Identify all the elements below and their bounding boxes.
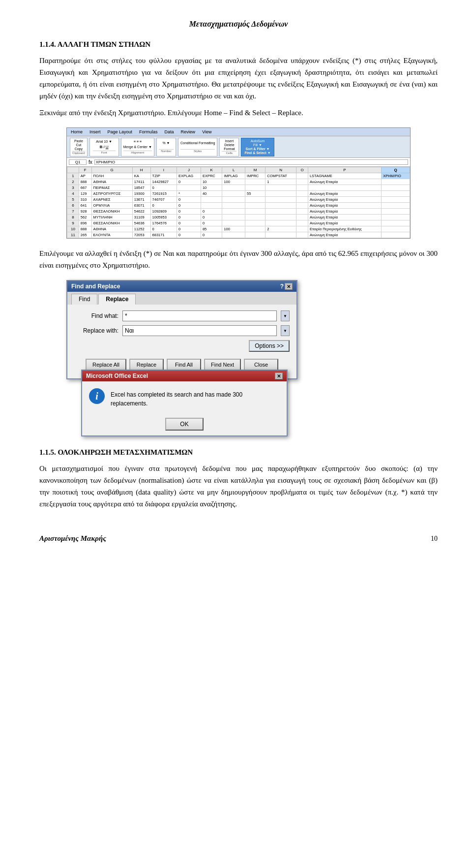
table-row: 3 667 ΠΕΙΡΑΙΑΣ 18547 0 10: [67, 185, 410, 191]
underline-btn: U: [106, 145, 109, 149]
replace-with-dropdown[interactable]: ▼: [281, 325, 290, 336]
cell: TZIP: [150, 173, 177, 179]
cell: 1764576: [150, 220, 177, 226]
cell: [382, 209, 410, 215]
cell: [296, 215, 308, 220]
cell: ΠΟΛΗ: [91, 173, 132, 179]
cell: [296, 220, 308, 226]
alignment-group: ≡ ≡ ≡ Merge & Center ▼ Alignment: [121, 138, 154, 156]
replace-with-input[interactable]: [122, 325, 277, 336]
row-num: 11: [67, 232, 79, 238]
cell: ΘΕΣΣΑΛΟΝΙΚΗ: [91, 220, 132, 226]
cell: ΘΕΣΣΑΛΟΝΙΚΗ: [91, 209, 132, 215]
ribbon-review: Review: [179, 129, 198, 135]
row-num: 4: [67, 191, 79, 197]
options-button[interactable]: Options >>: [249, 340, 290, 352]
cell: 265: [79, 232, 91, 238]
page-title: Μετασχηματισμός Δεδομένων: [39, 20, 438, 29]
cell: 888: [79, 179, 91, 185]
cell: ΑΧΑΡΝΕΣ: [91, 197, 132, 203]
ribbon-view: View: [200, 129, 213, 135]
data-table: F G H I J K L M N O P Q 1 ΑΡ: [67, 167, 410, 238]
row-num: 9: [67, 220, 79, 226]
cell: 13671: [132, 197, 150, 203]
find-what-label: Find what:: [74, 312, 118, 319]
cell: [382, 215, 410, 220]
cell: [296, 226, 308, 232]
cell: ΕΛΟΥΝΤΑ: [91, 232, 132, 238]
cell: 683171: [150, 232, 177, 238]
replace-all-button[interactable]: Replace All: [86, 359, 126, 371]
table-row: 5 310 ΑΧΑΡΝΕΣ 13671 746707 0 Ανώνυμη Ετα…: [67, 197, 410, 203]
number-format: % ▼: [162, 141, 170, 145]
styles-label: Styles: [180, 149, 215, 153]
cell: 0: [177, 215, 201, 220]
cell: 0: [177, 203, 201, 209]
cell: Ανώνυμη Εταιρία: [308, 191, 381, 197]
col-h: H: [132, 167, 150, 173]
find-all-button[interactable]: Find All: [167, 359, 201, 371]
cell: 1092809: [150, 209, 177, 215]
section-1-heading: 1.1.4. ΑΛΛΑΓΗ ΤΙΜΩΝ ΣΤΗΛΩΝ: [39, 40, 438, 49]
cell: 0: [201, 220, 222, 226]
col-m: M: [245, 167, 266, 173]
fill-btn: Fill ▼: [253, 143, 262, 147]
replace-with-label: Replace with:: [74, 327, 118, 334]
close-button[interactable]: Close: [244, 359, 278, 371]
col-g: G: [91, 167, 132, 173]
cell: Ανώνυμη Εταιρία: [308, 197, 381, 203]
find-what-dropdown[interactable]: ▼: [281, 310, 290, 321]
number-label: Number: [159, 149, 174, 153]
cell: 54622: [132, 209, 150, 215]
formula-separator: fx: [88, 159, 92, 165]
font-size: 10 ▼: [104, 140, 112, 143]
ribbon-insert: Insert: [88, 129, 103, 135]
cell: 562: [79, 215, 91, 220]
cell: Ανώνυμη Εταιρία: [308, 203, 381, 209]
cell: 40: [201, 191, 222, 197]
cell: 100: [222, 179, 245, 185]
cell: 100: [222, 226, 245, 232]
cell: LSTAGNAME: [308, 173, 381, 179]
excel-ribbon-buttons: Paste Cut Copy Clipboard Arial 10 ▼ B I …: [67, 136, 410, 158]
col-q: Q: [382, 167, 410, 173]
cell: ΠΕΙΡΑΙΑΣ: [91, 185, 132, 191]
excel-msg-close-btn[interactable]: ✕: [275, 372, 283, 379]
tab-find[interactable]: Find: [71, 294, 97, 305]
replace-button[interactable]: Replace: [129, 359, 164, 371]
dialog-help-icon[interactable]: ?: [280, 283, 284, 290]
cell: Ανώνυμη Εταιρία: [308, 209, 381, 215]
cell: EXPRC: [201, 173, 222, 179]
section1-para1: Παρατηρούμε ότι στις στήλες του φύλλου ε…: [39, 55, 438, 102]
find-what-row: Find what: ▼: [74, 310, 290, 321]
cell: 667: [79, 185, 91, 191]
dialog-close-btn[interactable]: ✕: [285, 283, 293, 290]
dialog-title-bar: Find and Replace ? ✕: [67, 281, 296, 292]
find-next-button[interactable]: Find Next: [204, 359, 241, 371]
table-row: 7 928 ΘΕΣΣΑΛΟΝΙΚΗ 54622 1092809 0 0 Ανών…: [67, 209, 410, 215]
cell: Εταιρία Περιορισμένης Ευθύνης: [308, 226, 381, 232]
section2-para1: Οι μετασχηματισμοί που έγιναν στα πρωτογ…: [39, 463, 438, 510]
cell: [177, 185, 201, 191]
cell: [245, 209, 266, 215]
format-cell-btn: Format: [224, 147, 235, 151]
section1-para2: Ξεκινάμε από την ένδειξη Χρηματιστήριο. …: [39, 107, 438, 119]
row-num: 7: [67, 209, 79, 215]
find-what-input[interactable]: [122, 310, 277, 321]
cell: 0: [177, 197, 201, 203]
cell: [382, 232, 410, 238]
cell: 1: [266, 179, 296, 185]
tab-replace[interactable]: Replace: [98, 294, 136, 305]
ok-button[interactable]: OK: [165, 418, 203, 431]
excel-msg-text: Excel has completed its search and has m…: [111, 388, 280, 408]
cell: [245, 215, 266, 220]
cell: [266, 220, 296, 226]
cell: [266, 185, 296, 191]
row-num: 5: [67, 197, 79, 203]
ribbon-page-layout: Page Layout: [106, 129, 135, 135]
cell: [266, 232, 296, 238]
formula-bar: Q1 fx ΧΡΗΜ/ΡΙΟ: [67, 158, 410, 167]
cell: 0: [177, 179, 201, 185]
cell: 2: [266, 226, 296, 232]
cell: 55: [245, 191, 266, 197]
